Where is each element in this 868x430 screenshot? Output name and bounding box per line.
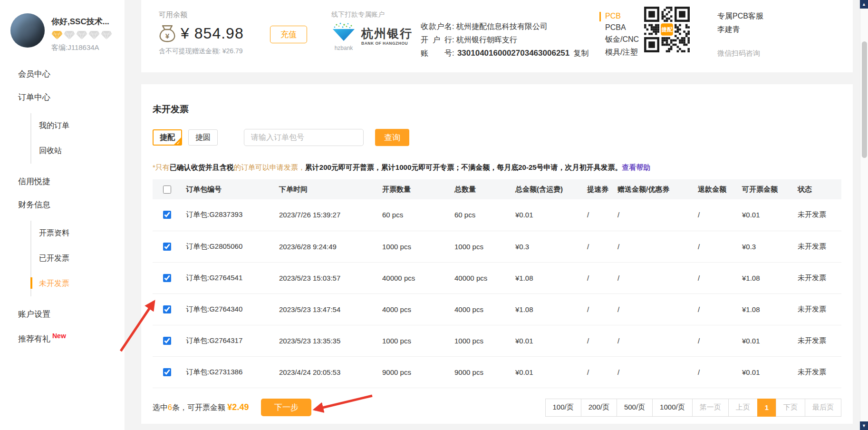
next-step-button[interactable]: 下一步 (261, 399, 311, 416)
sidebar-item-会员中心[interactable]: 会员中心 (18, 68, 125, 79)
sidebar-item-已开发票[interactable]: 已开发票 (31, 246, 125, 271)
table-row: 订单包:G28050602023/6/28 9:24:491000 pcs100… (153, 231, 841, 262)
table-cell: 9000 pcs (382, 356, 454, 388)
contact-name: 李建青 (717, 25, 763, 35)
sidebar-item-订单中心[interactable]: 订单中心 (18, 92, 125, 103)
tab-捷配[interactable]: 捷配✓ (153, 129, 182, 146)
invoice-table: 订单包编号下单时间开票数量总数量总金额(含运费)提速券赠送金额/优惠券退款金额可… (153, 179, 841, 388)
service-menu-item-模具/注塑[interactable]: 模具/注塑 (599, 46, 639, 59)
scroll-up-button[interactable]: ▲ (860, 0, 868, 9)
table-cell: 未开发票 (798, 356, 841, 388)
table-cell: 40000 pcs (382, 262, 454, 293)
table-cell: 未开发票 (798, 231, 841, 262)
balance-label: 可用余额 (159, 10, 244, 20)
balance-currency: ¥ (181, 25, 190, 42)
sidebar-item-我的订单[interactable]: 我的订单 (31, 113, 125, 138)
row-checkbox[interactable] (163, 337, 171, 345)
table-cell: / (587, 293, 617, 325)
bank-name-en: BANK OF HANGZHOU (361, 41, 413, 46)
table-cell: 9000 pcs (454, 356, 515, 388)
table-cell: ¥1.08 (515, 293, 587, 325)
sidebar-item-推荐有礼[interactable]: 推荐有礼New (18, 332, 125, 344)
row-checkbox[interactable] (163, 274, 171, 282)
table-cell: / (698, 231, 742, 262)
column-header: 赠送金额/优惠券 (617, 179, 698, 199)
page-button-200/页[interactable]: 200/页 (581, 399, 617, 417)
select-all-checkbox[interactable] (163, 186, 171, 194)
page-button-1000/页[interactable]: 1000/页 (652, 399, 693, 417)
copy-account-button[interactable]: 复制 (573, 49, 588, 59)
page-title: 未开发票 (153, 103, 841, 116)
table-cell: ¥1.08 (515, 262, 587, 293)
scrollbar-thumb[interactable] (862, 41, 867, 158)
table-cell: / (587, 199, 617, 231)
page-button-1[interactable]: 1 (757, 399, 776, 417)
row-checkbox[interactable] (163, 211, 171, 219)
brand-tabs: 捷配✓捷圆 (153, 129, 224, 146)
table-cell: 订单包:G2731386 (186, 356, 279, 388)
account-number: 3301040160002703463006251 (457, 49, 569, 58)
table-cell: ¥0.01 (742, 325, 798, 356)
table-cell: 订单包:G2805060 (186, 231, 279, 262)
page-button-最后页: 最后页 (805, 399, 841, 417)
selected-count: 6 (168, 403, 172, 411)
service-menu-item-PCBA[interactable]: PCBA (599, 22, 639, 33)
invoiceable-amount: ¥2.49 (227, 402, 249, 412)
table-cell: ¥0.01 (515, 199, 587, 231)
sidebar-item-回收站[interactable]: 回收站 (31, 138, 125, 164)
page-button-500/页[interactable]: 500/页 (617, 399, 653, 417)
sidebar-item-账户设置[interactable]: 账户设置 (18, 309, 125, 320)
table-footer: 选中6条，可开票金额 ¥2.49 下一步 100/页200/页500/页1000… (153, 399, 841, 417)
page-button-第一页: 第一页 (692, 399, 729, 417)
notice-text: 的订单可以申请发票， (234, 163, 305, 171)
scroll-down-button[interactable]: ▼ (860, 421, 868, 430)
table-cell: 60 pcs (382, 199, 454, 231)
svg-text:¥: ¥ (165, 32, 170, 40)
row-checkbox-cell (153, 293, 186, 325)
table-cell: / (617, 199, 698, 231)
account-header-card: 可用余额 ¥ ¥ 854.98 含不可提现赠送金额: ¥26.79 充值 线下打… (141, 0, 853, 72)
table-cell: 订单包:G2837393 (186, 199, 279, 231)
service-menu-item-钣金/CNC[interactable]: 钣金/CNC (599, 33, 639, 46)
table-cell: ¥0.01 (742, 356, 798, 388)
notice-text: 累计200元即可开普票，累计1000元即可开专票；不满金额，每月底20-25号申… (305, 163, 622, 171)
scrollbar[interactable]: ▲ ▼ (860, 0, 868, 430)
qr-code-image: 捷配 (644, 7, 690, 52)
sidebar-item-未开发票[interactable]: 未开发票 (31, 271, 125, 296)
sidebar-item-开票资料[interactable]: 开票资料 (31, 221, 125, 246)
table-cell: ¥0.01 (742, 199, 798, 231)
column-header: 开票数量 (382, 179, 454, 199)
table-cell: 未开发票 (798, 199, 841, 231)
row-checkbox[interactable] (163, 243, 171, 251)
tab-捷圆[interactable]: 捷圆 (188, 129, 218, 146)
invoice-card: 未开发票 捷配✓捷圆 查询 *只有已确认收货并且含税的订单可以申请发票，累计20… (141, 84, 853, 424)
recharge-button[interactable]: 充值 (270, 26, 307, 43)
table-cell: ¥1.08 (742, 293, 798, 325)
column-header: 状态 (798, 179, 841, 199)
table-cell: / (587, 262, 617, 293)
help-link[interactable]: 查看帮助 (622, 163, 651, 171)
table-cell: ¥0.3 (515, 231, 587, 262)
table-cell: / (698, 325, 742, 356)
table-cell: / (617, 231, 698, 262)
new-badge: New (52, 332, 66, 340)
page-button-100/页[interactable]: 100/页 (545, 399, 581, 417)
sidebar-item-财务信息[interactable]: 财务信息 (18, 199, 125, 210)
notice-text: *只有 (153, 163, 170, 171)
table-cell: / (587, 325, 617, 356)
column-header: 可开票金额 (742, 179, 798, 199)
row-checkbox-cell (153, 325, 186, 356)
row-checkbox[interactable] (163, 368, 171, 376)
search-input[interactable] (244, 129, 364, 146)
bank-of-hangzhou-icon (330, 22, 357, 44)
avatar[interactable] (10, 13, 45, 48)
table-row: 订单包:G27643172023/5/23 13:35:351000 pcs10… (153, 325, 841, 356)
page-button-下页: 下页 (776, 399, 805, 417)
bank-name-cn: 杭州银行 (361, 28, 413, 39)
sidebar-item-信用悦捷[interactable]: 信用悦捷 (18, 176, 125, 187)
sidebar-submenu: 我的订单回收站 (30, 113, 125, 164)
silver-diamond-icon (101, 30, 112, 40)
service-menu-item-PCB[interactable]: PCB (599, 10, 639, 22)
row-checkbox[interactable] (163, 305, 171, 313)
search-button[interactable]: 查询 (375, 129, 409, 146)
